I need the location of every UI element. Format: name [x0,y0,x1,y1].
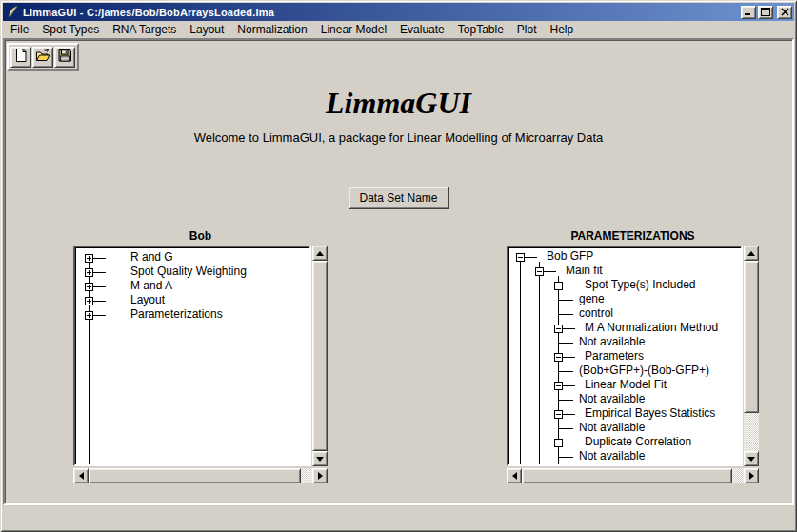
data-set-tree: Bob R and GSpot Quality WeightingM and A… [73,229,328,483]
arrow-up-icon [316,251,324,256]
close-icon[interactable] [777,6,792,19]
menu-item-toptable[interactable]: TopTable [451,22,510,38]
tree-node-label[interactable]: Duplicate Correlation [585,435,691,449]
menu-item-plot[interactable]: Plot [510,22,544,38]
app-window: LimmaGUI - C:/james/Bob/BobArraysLoaded.… [0,0,797,532]
parameterizations-tree: PARAMETERIZATIONS Bob GFPMain fitSpot Ty… [507,229,759,483]
toolbar [7,43,79,71]
tree-node-label[interactable]: Parameterizations [130,307,223,322]
tree-node-label[interactable]: Not available [579,421,645,435]
arrow-down-icon [316,457,324,462]
tree-node-label[interactable]: M and A [130,279,172,293]
titlebar[interactable]: LimmaGUI - C:/james/Bob/BobArraysLoaded.… [3,3,794,21]
scroll-down-button[interactable] [744,451,759,466]
tree-node-label[interactable]: Spot Type(s) Included [585,278,696,292]
arrow-left-icon [512,472,517,480]
scroll-right-button[interactable] [744,468,759,483]
tree-collapse-box[interactable] [554,382,563,390]
arrow-left-icon [79,472,84,480]
tree-expand-box[interactable] [85,283,93,291]
tree-expand-box[interactable] [85,254,93,263]
vertical-scrollbar[interactable] [312,246,328,466]
tree-node-label[interactable]: Not available [579,392,645,406]
scroll-left-button[interactable] [507,468,522,483]
tree-expand-box[interactable] [85,268,93,277]
scroll-down-button[interactable] [312,451,328,466]
horizontal-scrollbar[interactable] [507,468,759,483]
tree-collapse-box[interactable] [554,410,563,419]
tree-node-label[interactable]: Main fit [566,264,603,278]
tree-canvas: R and GSpot Quality WeightingM and ALayo… [73,246,311,466]
tree-node-label[interactable]: M A Normalization Method [585,321,718,335]
menu-item-linear-model[interactable]: Linear Model [314,22,393,38]
new-file-button[interactable] [10,47,31,68]
horizontal-scrollbar[interactable] [73,468,328,483]
scrollbar-thumb[interactable] [312,261,328,451]
toolbar-group [7,43,79,71]
menu-item-rna-targets[interactable]: RNA Targets [106,22,183,38]
new-document-icon [13,48,29,67]
tree-node-label[interactable]: control [579,306,613,321]
tree-collapse-box[interactable] [554,353,563,362]
window-title: LimmaGUI - C:/james/Bob/BobArraysLoaded.… [23,7,737,18]
save-file-button[interactable] [54,47,75,68]
data-set-name-button[interactable]: Data Set Name [348,187,448,209]
tree-node-label[interactable]: Spot Quality Weighting [130,265,247,279]
tree-canvas: Bob GFPMain fitSpot Type(s) Includedgene… [507,246,743,466]
tree-node-label[interactable]: Parameters [585,349,644,364]
arrow-right-icon [749,472,754,480]
tree-title: Bob [73,229,328,246]
open-file-button[interactable] [32,47,53,68]
tree-expand-box[interactable] [85,311,93,320]
scroll-up-button[interactable] [744,246,759,261]
arrow-up-icon [747,251,755,256]
tree-node-label[interactable]: Linear Model Fit [585,378,667,392]
main-content-frame: LimmaGUI Welcome to LimmaGUI, a package … [3,38,794,505]
tree-collapse-box[interactable] [516,253,525,262]
tree-collapse-box[interactable] [535,267,544,276]
menu-item-layout[interactable]: Layout [183,22,230,38]
vertical-scrollbar[interactable] [744,246,759,466]
tree-node-label[interactable]: R and G [130,250,173,265]
tree-node-label[interactable]: Not available [579,449,645,463]
scrollbar-thumb[interactable] [522,468,732,483]
tree-collapse-box[interactable] [554,282,563,290]
menu-item-normalization[interactable]: Normalization [230,22,313,38]
open-folder-icon [35,48,50,67]
tree-expand-box[interactable] [85,297,93,305]
tree-node-label[interactable]: (Bob+GFP+)-(Bob-GFP+) [579,364,709,378]
menu-item-evaluate[interactable]: Evaluate [393,22,451,38]
menu-item-file[interactable]: File [4,22,35,38]
arrow-right-icon [318,472,323,480]
arrow-down-icon [747,457,755,462]
tree-collapse-box[interactable] [554,439,563,447]
scrollbar-thumb[interactable] [744,261,759,413]
save-floppy-icon [57,48,72,67]
scrollbar-thumb[interactable] [89,468,301,483]
tree-node-label[interactable]: Layout [130,293,165,307]
tree-title: PARAMETERIZATIONS [507,229,759,246]
tree-node-label[interactable]: Not available [579,335,645,349]
feather-icon [6,5,20,19]
tree-node-label[interactable]: Empirical Bayes Statistics [585,406,715,421]
minimize-button[interactable] [741,6,756,19]
menubar: FileSpot TypesRNA TargetsLayoutNormaliza… [3,21,794,38]
tree-collapse-box[interactable] [554,325,563,333]
tree-node-label[interactable]: Bob GFP [547,249,593,264]
menu-item-spot-types[interactable]: Spot Types [35,22,106,38]
welcome-text: Welcome to LimmaGUI, a package for Linea… [5,130,792,145]
scroll-up-button[interactable] [312,246,328,261]
scroll-right-button[interactable] [312,468,328,483]
scroll-left-button[interactable] [73,468,89,483]
page-title: LimmaGUI [5,86,792,121]
maximize-button[interactable] [758,6,773,19]
menu-item-help[interactable]: Help [544,22,581,38]
tree-node-label[interactable]: gene [579,292,605,306]
